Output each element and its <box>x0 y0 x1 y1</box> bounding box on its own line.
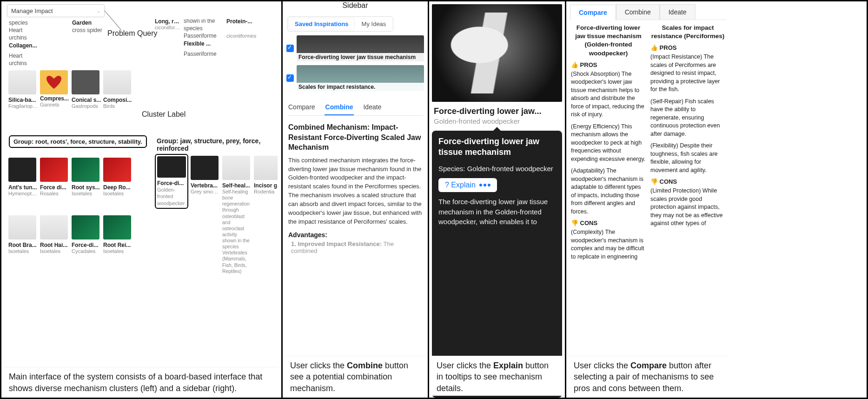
card-label: Root Bra... <box>8 242 38 248</box>
card[interactable]: Self-heal...Self-healing bone regenerati… <box>222 156 252 274</box>
skull-illustration-icon <box>438 13 556 93</box>
card-label: Ant's tun... <box>8 184 38 191</box>
thumb-icon <box>8 70 36 94</box>
mechanism-hero-image <box>432 4 562 102</box>
highlighted-card[interactable]: Force-di... Golden-fronted woodpecker <box>155 154 188 209</box>
mechanism-title: Force-diverting lower jaw... <box>434 106 560 116</box>
problem-query-dropdown[interactable]: Manage Impact ⌄ <box>7 4 105 17</box>
subtab-combine[interactable]: Combine <box>325 100 354 115</box>
card-sublabel: Isoetales <box>72 191 101 196</box>
card[interactable]: Compres...Gannets <box>40 70 70 109</box>
compare-tab-combine[interactable]: Combine <box>616 4 660 20</box>
chevron-down-icon: ⌄ <box>97 8 100 13</box>
combined-mechanism-title: Combined Mechanism: Impact-Resistant For… <box>288 122 422 153</box>
loading-dots-icon <box>479 184 490 186</box>
checkbox-icon[interactable] <box>286 45 294 52</box>
advantage-item-1: 1. Improved Impact Resistance: The combi… <box>291 240 419 254</box>
panel-main-board: Manage Impact ⌄ Problem Query Cluster La… <box>1 1 283 398</box>
cluster-1-row-b: Root Bra...IsoetalesRoot Hai...Isoetales… <box>8 214 133 255</box>
panel-sidebar-combine: Sidebar Saved Inspirations My Ideas Forc… <box>283 1 429 398</box>
caption-panel-c: User clicks the Explain button in toolti… <box>432 356 562 396</box>
card-row-1: Silica-ba...Fragilariopsis kerguelensisC… <box>8 69 133 110</box>
card-label: Deep Ro... <box>103 184 133 191</box>
thumb-icon <box>72 215 99 239</box>
inspiration-thumb-1: Force-diverting lower jaw tissue mechani… <box>297 35 424 61</box>
card-label: Force-di... <box>72 242 101 248</box>
cons-heading-left: 👎 CONS <box>571 219 646 226</box>
thumb-icon <box>40 158 68 182</box>
card-sublabel: Rosales <box>40 191 70 196</box>
card-label: Conical s... <box>72 97 101 103</box>
thumb-icon <box>8 158 36 182</box>
card-label: Compres... <box>40 95 70 102</box>
pros-heading-right: 👍 PROS <box>650 44 725 51</box>
subtab-ideate[interactable]: Ideate <box>362 100 382 115</box>
board-body: species Heart urchins Collagen... Heart … <box>7 19 278 398</box>
cluster-1-row-a: Ant's tun...HymenopteraForce di...Rosale… <box>8 157 133 197</box>
card[interactable]: Vertebra...Grey smooth-hound shark <box>191 156 220 274</box>
card-sublabel: Isoetales <box>40 248 70 254</box>
thumb-icon <box>40 70 68 94</box>
card-label: Silica-ba... <box>8 97 38 103</box>
compare-col-right: Scales for impact resistance (Perciforme… <box>650 24 725 398</box>
inspiration-item-2[interactable]: Scales for impact resistance. <box>286 65 424 91</box>
card-sublabel: Cycadales <box>72 248 101 254</box>
card[interactable]: Silica-ba...Fragilariopsis kerguelensis <box>8 70 38 109</box>
inspiration-item-1[interactable]: Force-diverting lower jaw tissue mechani… <box>286 35 424 61</box>
card-sublabel: Birds <box>103 103 133 109</box>
tab-saved-inspirations[interactable]: Saved Inspirations <box>289 18 354 30</box>
card[interactable]: Root Rei...Isoetales <box>103 215 133 254</box>
compare-tab-compare[interactable]: Compare <box>570 5 616 20</box>
query-label: Manage Impact <box>11 7 53 14</box>
thumb-icon <box>40 215 68 239</box>
compare-tabs: Compare Combine Ideate <box>570 4 726 20</box>
card-sublabel: Isoetales <box>103 248 133 254</box>
tag-block-2: Gardencross spider <box>72 19 119 34</box>
card[interactable]: Force di...Rosales <box>40 158 70 196</box>
card-label: Root Rei... <box>103 242 133 248</box>
card[interactable]: Root Bra...Isoetales <box>8 215 38 254</box>
card-label: Vertebra... <box>191 182 220 189</box>
compare-tab-ideate[interactable]: Ideate <box>660 4 696 20</box>
card-label: Composi... <box>103 97 133 103</box>
card[interactable]: Root Hai...Isoetales <box>40 215 70 254</box>
thumb-icon <box>191 156 219 180</box>
explain-button[interactable]: ? Explain <box>438 178 497 192</box>
card-sublabel: Isoetales <box>103 191 133 196</box>
tab-my-ideas[interactable]: My Ideas <box>356 18 392 30</box>
card[interactable]: Composi...Birds <box>103 70 133 109</box>
card-label: Root sys... <box>72 184 101 191</box>
thumb-icon <box>222 156 250 180</box>
thumb-icon <box>103 70 131 94</box>
card-sublabel: Hymenoptera <box>8 191 38 196</box>
figure-root: Manage Impact ⌄ Problem Query Cluster La… <box>0 0 868 399</box>
combined-mechanism-body: This combined mechanism integrates the f… <box>288 156 422 226</box>
checkbox-icon[interactable] <box>286 74 294 82</box>
cluster-2-row: Vertebra...Grey smooth-hound sharkSelf-h… <box>190 155 278 275</box>
thumb-icon <box>72 158 99 182</box>
card-label: Force di... <box>40 184 70 191</box>
cons-heading-right: 👎 CONS <box>650 178 725 185</box>
card[interactable]: Ant's tun...Hymenoptera <box>8 158 38 196</box>
card[interactable]: Incisor g...Rodentia <box>254 156 278 274</box>
card[interactable]: Root sys...Isoetales <box>72 158 101 196</box>
subtab-compare[interactable]: Compare <box>287 100 316 115</box>
mechanism-species: Golden-fronted woodpecker <box>434 117 560 125</box>
card-sublabel: Gastropods <box>72 103 101 109</box>
skull-thumb-icon <box>157 156 186 178</box>
caption-panel-d: User clicks the Compare button after sel… <box>569 356 727 396</box>
group-chip-1[interactable]: Group: root, roots', force, structure, s… <box>9 135 147 148</box>
card[interactable]: Deep Ro...Isoetales <box>103 158 133 196</box>
card[interactable]: Conical s...Gastropods <box>72 70 101 109</box>
card-sublabel: Isoetales <box>8 248 38 254</box>
pros-heading-left: 👍 PROS <box>571 61 646 68</box>
card-sublabel: Gannets <box>40 102 70 107</box>
thumb-icon <box>254 156 278 180</box>
heart-icon <box>46 76 61 89</box>
caption-panel-b: User clicks the Combine button see a pot… <box>285 356 425 396</box>
panel-explain: Force-diverting lower jaw... Golden-fron… <box>429 1 566 398</box>
action-tabs: Compare Combine Ideate <box>287 100 423 116</box>
card-sublabel: Rodentia <box>254 189 278 194</box>
card[interactable]: Force-di...Cycadales <box>72 215 101 254</box>
compare-col-left: Force-diverting lower jaw tissue mechani… <box>571 24 646 398</box>
